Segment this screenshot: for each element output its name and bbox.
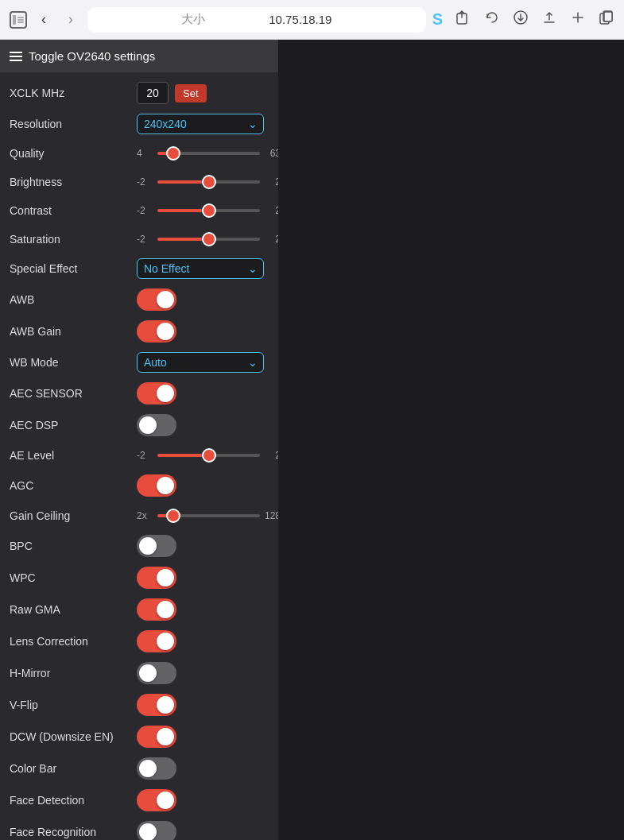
quality-label: Quality [10, 147, 137, 160]
wpc-row: WPC [0, 562, 278, 594]
aec-dsp-toggle[interactable] [137, 414, 176, 436]
resolution-select-wrapper: 240x240 320x240 640x480 800x600 1024x768 [137, 114, 264, 134]
gain-ceiling-slider[interactable] [157, 514, 260, 517]
h-mirror-label: H-Mirror [10, 667, 137, 679]
download-icon[interactable] [513, 10, 529, 29]
add-tab-icon[interactable] [570, 10, 586, 29]
brightness-row: Brightness -2 2 [0, 168, 278, 196]
color-bar-control [137, 757, 269, 780]
wb-mode-row: WB Mode Auto Sunny Cloudy Office Home [0, 347, 278, 377]
face-detection-row: Face Detection [0, 784, 278, 816]
v-flip-row: V-Flip [0, 689, 278, 721]
color-bar-toggle[interactable] [137, 757, 176, 780]
xclk-input[interactable] [137, 82, 169, 104]
raw-gma-toggle[interactable] [137, 598, 176, 621]
aec-sensor-control [137, 382, 269, 405]
lens-correction-label: Lens Correction [10, 635, 137, 648]
awb-gain-row: AWB Gain [0, 315, 278, 347]
back-button[interactable]: ‹ [33, 10, 54, 30]
reload-icon[interactable] [484, 10, 500, 29]
awb-toggle[interactable] [137, 288, 176, 311]
awb-control [137, 288, 269, 311]
contrast-control: -2 2 [137, 205, 281, 216]
raw-gma-row: Raw GMA [0, 594, 278, 625]
xclk-label: XCLK MHz [10, 87, 137, 99]
resolution-select[interactable]: 240x240 320x240 640x480 800x600 1024x768 [137, 114, 264, 134]
agc-row: AGC [0, 470, 278, 501]
raw-gma-control [137, 598, 269, 621]
svg-rect-0 [13, 15, 16, 25]
awb-gain-label: AWB Gain [10, 325, 137, 338]
svg-rect-3 [17, 21, 24, 23]
brightness-label: Brightness [10, 176, 137, 188]
wb-mode-label: WB Mode [10, 356, 137, 369]
wb-mode-control: Auto Sunny Cloudy Office Home [137, 352, 269, 373]
sidebar-toggle-icon[interactable] [10, 11, 27, 29]
bpc-toggle[interactable] [137, 535, 176, 557]
wpc-toggle[interactable] [137, 567, 176, 589]
dcw-toggle[interactable] [137, 726, 176, 748]
share-box-icon[interactable] [455, 10, 471, 29]
agc-control [137, 474, 269, 497]
brightness-control: -2 2 [137, 176, 281, 188]
right-panel: CSDN @咚咚锵咚咚锵 [278, 40, 624, 840]
saturation-slider[interactable] [157, 238, 260, 241]
resolution-label: Resolution [10, 118, 137, 130]
lens-correction-toggle[interactable] [137, 630, 176, 652]
contrast-min: -2 [137, 205, 153, 216]
face-detection-toggle[interactable] [137, 789, 176, 811]
forward-button[interactable]: › [60, 10, 81, 30]
aec-dsp-row: AEC DSP [0, 409, 278, 441]
contrast-slider[interactable] [157, 209, 260, 212]
ae-level-label: AE Level [10, 449, 137, 462]
browser-actions: S [432, 10, 614, 29]
hamburger-icon [10, 52, 22, 61]
face-detection-label: Face Detection [10, 794, 137, 807]
gain-ceiling-control: 2x 128x [137, 510, 285, 521]
awb-gain-toggle[interactable] [137, 320, 176, 343]
ae-level-slider[interactable] [157, 454, 260, 457]
ae-level-row: AE Level -2 2 [0, 441, 278, 470]
brightness-slider[interactable] [157, 180, 260, 184]
lens-correction-row: Lens Correction [0, 625, 278, 657]
h-mirror-row: H-Mirror [0, 657, 278, 689]
saturation-label: Saturation [10, 233, 137, 246]
wb-mode-select-wrapper: Auto Sunny Cloudy Office Home [137, 352, 264, 373]
upload-icon[interactable] [541, 10, 557, 29]
v-flip-toggle[interactable] [137, 694, 176, 716]
xclk-row: XCLK MHz Set [0, 77, 278, 109]
face-recognition-label: Face Recognition [10, 826, 137, 838]
dcw-row: DCW (Downsize EN) [0, 721, 278, 753]
toggle-header[interactable]: Toggle OV2640 settings [0, 40, 278, 72]
bpc-control [137, 535, 269, 557]
aec-sensor-toggle[interactable] [137, 382, 176, 405]
svg-rect-1 [17, 17, 24, 18]
xclk-set-button[interactable]: Set [175, 84, 207, 103]
duplicate-icon[interactable] [599, 10, 614, 29]
wb-mode-select[interactable]: Auto Sunny Cloudy Office Home [137, 352, 264, 373]
tab-title: 大小 [181, 12, 205, 27]
saturation-min: -2 [137, 234, 153, 245]
special-effect-select[interactable]: No Effect Negative Grayscale Red Tint Gr… [137, 258, 264, 279]
special-effect-control: No Effect Negative Grayscale Red Tint Gr… [137, 258, 269, 279]
svg-rect-8 [604, 12, 612, 21]
aec-dsp-label: AEC DSP [10, 419, 137, 432]
quality-control: 4 63 [137, 148, 281, 159]
v-flip-control [137, 694, 269, 716]
resolution-control: 240x240 320x240 640x480 800x600 1024x768 [137, 114, 269, 134]
face-recognition-row: Face Recognition [0, 816, 278, 840]
agc-toggle[interactable] [137, 474, 176, 497]
settings-list: XCLK MHz Set Resolution 240x240 320x240 … [0, 72, 278, 840]
face-recognition-toggle[interactable] [137, 821, 176, 840]
address-text: 10.75.18.19 [269, 13, 331, 26]
quality-slider[interactable] [157, 152, 260, 155]
dcw-label: DCW (Downsize EN) [10, 730, 137, 743]
aec-sensor-row: AEC SENSOR [0, 377, 278, 409]
s-icon[interactable]: S [432, 10, 443, 29]
h-mirror-toggle[interactable] [137, 662, 176, 684]
ae-level-control: -2 2 [137, 450, 281, 461]
address-bar[interactable]: 大小 10.75.18.19 [87, 7, 426, 33]
special-effect-label: Special Effect [10, 262, 137, 275]
xclk-control: Set [137, 82, 269, 104]
awb-label: AWB [10, 293, 137, 306]
